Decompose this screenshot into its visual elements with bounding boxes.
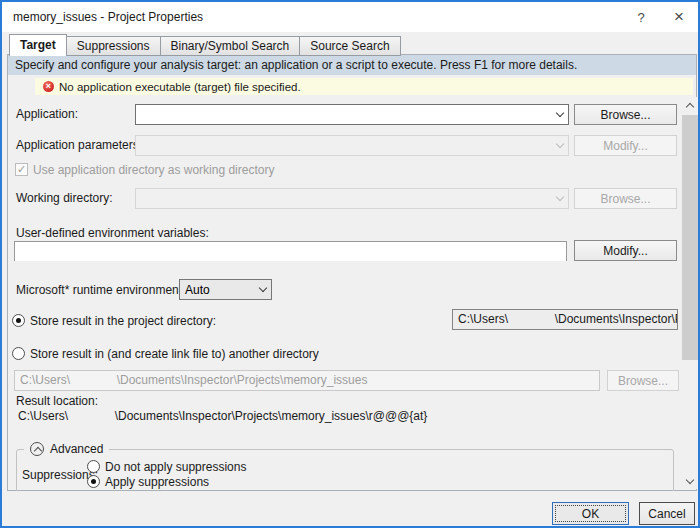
advanced-header[interactable]: Advanced (24, 442, 109, 456)
chevron-down-icon (555, 140, 563, 148)
suppressions-on-radio[interactable] (87, 475, 100, 488)
runtime-dropdown[interactable] (254, 280, 271, 299)
store-other-browse-button[interactable]: Browse... (607, 370, 679, 391)
suppressions-off-label: Do not apply suppressions (105, 460, 246, 474)
application-dropdown[interactable] (551, 105, 568, 124)
vertical-scrollbar (682, 97, 698, 489)
check-icon: ✓ (17, 163, 26, 175)
title-bar: memory_issues - Project Properties ? × (2, 2, 698, 32)
store-other-radio[interactable] (12, 347, 25, 360)
tab-binary-symbol-search[interactable]: Binary/Symbol Search (160, 36, 301, 56)
env-vars-label: User-defined environment variables: (16, 226, 209, 240)
working-dir-input (136, 189, 551, 208)
store-other-path-field: C:\Users\ \Documents\Inspector\Projects\… (14, 370, 600, 391)
parameters-label: Application parameters: (16, 138, 142, 152)
working-dir-combobox[interactable] (135, 188, 569, 209)
advanced-label: Advanced (50, 442, 103, 456)
working-dir-dropdown (551, 189, 568, 208)
window-title: memory_issues - Project Properties (13, 10, 203, 24)
store-project-path-field: C:\Users\ \Documents\Inspector\Projects\… (452, 309, 678, 330)
scrollbar-thumb[interactable] (682, 115, 698, 360)
env-vars-modify-button[interactable]: Modify... (574, 240, 677, 261)
close-button[interactable]: × (660, 2, 698, 32)
runtime-value: Auto (180, 283, 254, 297)
scroll-up-icon (686, 102, 694, 110)
scroll-up-button[interactable] (682, 97, 698, 113)
project-properties-dialog: memory_issues - Project Properties ? × T… (0, 0, 700, 528)
scroll-down-button[interactable] (682, 473, 698, 489)
application-input[interactable] (136, 105, 551, 124)
tab-strip: Target Suppressions Binary/Symbol Search… (9, 34, 400, 56)
application-label: Application: (16, 107, 78, 121)
runtime-label: Microsoft* runtime environment: (16, 283, 185, 297)
application-browse-button[interactable]: Browse... (574, 104, 677, 125)
tab-source-search[interactable]: Source Search (299, 36, 400, 56)
scroll-down-icon (686, 475, 694, 483)
suppressions-on-label: Apply suppressions (105, 475, 209, 489)
working-dir-label: Working directory: (16, 191, 112, 205)
cancel-button[interactable]: Cancel (639, 502, 695, 525)
runtime-combobox[interactable]: Auto (179, 279, 272, 300)
warning-row: × No application executable (target) fil… (35, 78, 693, 95)
description-banner: Specify and configure your analysis targ… (8, 55, 696, 75)
warning-text: No application executable (target) file … (59, 81, 301, 93)
suppressions-off-radio[interactable] (87, 460, 100, 473)
store-project-radio[interactable] (12, 314, 25, 327)
parameters-combobox[interactable] (135, 135, 569, 156)
help-button[interactable]: ? (624, 2, 658, 32)
use-app-dir-checkbox[interactable]: ✓ (15, 163, 28, 176)
tab-target[interactable]: Target (9, 34, 67, 56)
parameters-modify-button[interactable]: Modify... (574, 135, 677, 156)
chevron-down-icon (555, 193, 563, 201)
store-project-label: Store result in the project directory: (30, 314, 216, 328)
button-bar: OK Cancel (2, 491, 700, 528)
result-location-path: C:\Users\ \Documents\Inspector\Projects\… (18, 409, 427, 423)
use-app-dir-label: Use application directory as working dir… (33, 163, 274, 177)
parameters-input (136, 136, 551, 155)
parameters-dropdown (551, 136, 568, 155)
store-other-label: Store result in (and create link file to… (30, 347, 319, 361)
chevron-down-icon (555, 109, 563, 117)
collapse-chevron-icon[interactable] (30, 442, 44, 456)
result-location-label: Result location: (16, 394, 98, 408)
ok-button[interactable]: OK (552, 502, 629, 525)
tab-suppressions[interactable]: Suppressions (66, 36, 161, 56)
error-icon: × (43, 81, 54, 92)
working-dir-browse-button[interactable]: Browse... (574, 188, 677, 209)
application-combobox[interactable] (135, 104, 569, 125)
env-vars-field[interactable] (14, 241, 567, 261)
env-vars-input[interactable] (15, 243, 566, 261)
chevron-down-icon (258, 284, 266, 292)
